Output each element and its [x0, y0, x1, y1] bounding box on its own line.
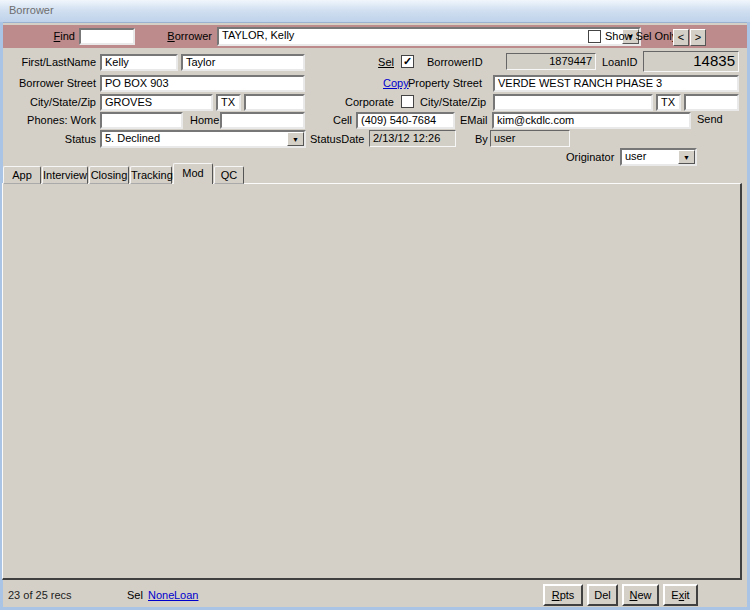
show-sel-only-label: Show Sel Only — [605, 30, 677, 42]
status-label: Status — [0, 133, 96, 145]
new-button[interactable]: New — [622, 584, 659, 606]
property-city-state-zip-label: City/State/Zip — [420, 96, 486, 108]
footer-sel-label: Sel — [127, 589, 143, 601]
borrower-street-label: Borrower Street — [0, 77, 96, 89]
rpts-button[interactable]: Rpts — [543, 584, 583, 606]
tab-app[interactable]: App — [3, 166, 41, 184]
tab-interview[interactable]: Interview — [42, 166, 88, 184]
originator-combobox[interactable]: user ▼ — [620, 148, 697, 166]
show-sel-only-checkbox[interactable] — [588, 30, 601, 43]
city-input[interactable]: GROVES — [100, 94, 213, 111]
borrower-id-value: 1879447 — [506, 53, 596, 70]
borrower-label: Borrower — [150, 30, 212, 42]
work-phone-input[interactable] — [100, 112, 183, 129]
property-city-input[interactable] — [493, 94, 653, 111]
sel-loan-link[interactable]: Loan — [174, 589, 198, 601]
property-street-label: Property Street — [408, 77, 482, 89]
originator-combobox-value: user — [625, 150, 646, 162]
mod-tab-panel — [2, 183, 742, 580]
last-name-input[interactable]: Taylor — [181, 54, 305, 71]
cell-label: Cell — [310, 114, 352, 126]
check-icon: ✓ — [403, 56, 412, 67]
property-state-input[interactable]: TX — [656, 94, 681, 111]
corporate-label: Corporate — [345, 96, 394, 108]
next-record-button[interactable]: > — [690, 29, 706, 46]
borrower-street-input[interactable]: PO BOX 903 — [100, 75, 305, 92]
by-label: By — [475, 133, 488, 145]
status-date-value: 2/13/12 12:26 — [369, 130, 456, 147]
first-last-name-label: First/LastName — [0, 56, 96, 68]
email-input[interactable]: kim@ckdlc.com — [492, 112, 691, 129]
status-combobox[interactable]: 5. Declined ▼ — [100, 130, 306, 148]
borrower-combobox-value: TAYLOR, Kelly — [222, 29, 294, 41]
email-label: EMail — [460, 114, 488, 126]
sel-checkbox[interactable]: ✓ — [401, 55, 414, 68]
tab-qc[interactable]: QC — [214, 166, 244, 184]
originator-label: Originator — [566, 151, 614, 163]
phones-work-label: Phones: Work — [0, 114, 96, 126]
property-zip-input[interactable] — [684, 94, 739, 111]
home-phone-input[interactable] — [220, 112, 305, 129]
sel-none-link[interactable]: None — [148, 589, 174, 601]
zip-input[interactable] — [244, 94, 305, 111]
loan-id-label: LoanID — [602, 56, 637, 68]
tab-closing[interactable]: Closing — [89, 166, 129, 184]
borrower-window: Borrower Find Borrower TAYLOR, Kelly ▼ S… — [0, 0, 750, 610]
originator-combo-arrow[interactable]: ▼ — [678, 150, 695, 164]
dropdown-arrow-icon: ▼ — [292, 136, 299, 143]
first-name-input[interactable]: Kelly — [100, 54, 178, 71]
city-state-zip-label: City/State/Zip — [0, 96, 96, 108]
status-date-label: StatusDate — [310, 133, 364, 145]
tab-tracking[interactable]: Tracking — [130, 166, 172, 184]
loan-id-value: 14835 — [643, 51, 739, 72]
find-label: Find — [28, 30, 75, 42]
tab-mod[interactable]: Mod — [173, 163, 213, 184]
status-combobox-value: 5. Declined — [105, 132, 160, 144]
exit-button[interactable]: Exit — [663, 584, 698, 606]
borrower-id-label: BorrowerID — [427, 56, 483, 68]
prev-record-button[interactable]: < — [673, 29, 689, 46]
dropdown-arrow-icon: ▼ — [683, 154, 690, 161]
property-street-input[interactable]: VERDE WEST RANCH PHASE 3 — [493, 75, 739, 92]
by-value: user — [490, 130, 570, 147]
corporate-checkbox[interactable] — [401, 95, 414, 108]
window-title: Borrower — [9, 4, 54, 16]
del-button[interactable]: Del — [587, 584, 618, 606]
status-combo-arrow[interactable]: ▼ — [287, 132, 304, 146]
cell-phone-input[interactable]: (409) 540-7684 — [356, 112, 455, 129]
state-input[interactable]: TX — [216, 94, 241, 111]
send-button[interactable]: Send — [697, 113, 723, 125]
sel-label: Sel — [354, 56, 394, 68]
home-label: Home — [190, 114, 219, 126]
borrower-combobox[interactable]: TAYLOR, Kelly ▼ — [217, 27, 641, 46]
find-input[interactable] — [79, 28, 135, 45]
record-count: 23 of 25 recs — [8, 589, 72, 601]
window-titlebar[interactable]: Borrower — [0, 0, 750, 23]
copy-link[interactable]: Copy — [383, 77, 409, 89]
